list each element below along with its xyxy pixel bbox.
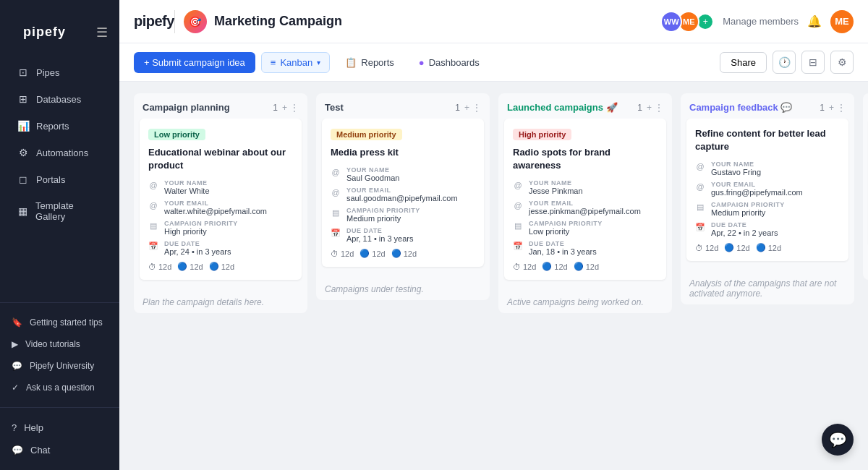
card-field-label-due-date: DUE DATE	[346, 227, 475, 234]
card-field-name-test-0: @ YOUR NAME Saul Goodman	[331, 166, 475, 182]
card-field-label-priority-field: CAMPAIGN PRIORITY	[346, 207, 475, 214]
column-header-successful: Successful ✓1+⋮	[863, 93, 868, 119]
column-menu-button-launched-campaigns[interactable]: ⋮	[655, 103, 663, 113]
card-meta-test-0: ⏱12d🔵12d🔵12d	[331, 249, 475, 258]
card-field-icon-name: @	[148, 180, 158, 190]
sidebar-support-label-getting-started: Getting started tips	[30, 317, 103, 328]
card-campaign-planning-0[interactable]: Low priorityEducational webinar about ou…	[140, 119, 302, 280]
card-field-icon-email: @	[695, 181, 705, 192]
column-add-button-test[interactable]: +	[464, 103, 469, 113]
column-actions-launched-campaigns: +⋮	[647, 103, 663, 113]
card-meta-campaign-feedback-0: ⏱12d🔵12d🔵12d	[695, 243, 840, 252]
sidebar-support-pipefy-university[interactable]: 💬 Pipefy University	[0, 355, 119, 377]
card-test-0[interactable]: Medium priorityMedia press kit @ YOUR NA…	[322, 119, 484, 267]
card-meta-item-0: ⏱12d	[148, 262, 171, 271]
settings-icon-button[interactable]: ⚙	[830, 51, 854, 74]
tab-kanban[interactable]: ≡ Kanban ▾	[261, 52, 330, 73]
card-field-label-name: YOUR NAME	[711, 161, 840, 168]
card-field-label-due-date: DUE DATE	[164, 240, 293, 247]
card-field-label-name: YOUR NAME	[346, 166, 475, 174]
card-field-label-email: YOUR EMAIL	[711, 181, 840, 188]
history-icon-button[interactable]: 🕐	[773, 51, 796, 74]
sidebar-item-template-gallery[interactable]: ▦ Template Gallery	[6, 193, 114, 229]
card-meta-item-0: ⏱12d	[513, 262, 536, 271]
column-header-campaign-planning: Campaign planning1+⋮	[134, 93, 307, 119]
column-body-successful: Low priorityIncrease Social Ads @ YOUR N…	[863, 119, 868, 258]
manage-members-link[interactable]: Manage members	[723, 16, 799, 27]
priority-badge-launched-campaigns-0: High priority	[513, 129, 571, 140]
automations-icon: ⚙	[17, 147, 29, 158]
chat-bubble-button[interactable]: 💬	[822, 424, 854, 456]
sidebar-item-pipes[interactable]: ⊡ Pipes	[6, 59, 114, 85]
card-campaign-feedback-0[interactable]: Refine content for better lead capture @…	[686, 119, 848, 261]
card-field-due-date-campaign-planning-0: 📅 DUE DATE Apr, 24 • in 3 years	[148, 240, 293, 256]
column-menu-button-test[interactable]: ⋮	[472, 103, 481, 113]
column-body-test: Medium priorityMedia press kit @ YOUR NA…	[316, 119, 490, 278]
card-field-icon-due-date: 📅	[513, 241, 523, 251]
card-field-due-date-launched-campaigns-0: 📅 DUE DATE Jan, 18 • in 3 years	[513, 240, 658, 256]
chat-icon: 💬	[12, 445, 23, 456]
main-content: pipefy 🎯 Marketing Campaign WW ME + Mana…	[119, 0, 868, 470]
sidebar-item-label-reports: Reports	[36, 121, 69, 132]
card-meta-item-1: 🔵12d	[542, 262, 567, 271]
column-title-launched-campaigns: Launched campaigns 🚀	[507, 102, 633, 113]
column-header-campaign-feedback: Campaign feedback 💬1+⋮	[681, 93, 854, 119]
card-field-value-name: Saul Goodman	[346, 174, 475, 182]
sidebar-support-label-pipefy-university: Pipefy University	[30, 361, 94, 371]
sidebar-support-video-tutorials[interactable]: ▶ Video tutorials	[0, 333, 119, 355]
column-menu-button-campaign-feedback[interactable]: ⋮	[837, 103, 846, 113]
priority-badge-test-0: Medium priority	[331, 129, 402, 140]
sidebar-nav: ⊡ Pipes ⊞ Databases 📊 Reports ⚙ Automati…	[0, 59, 119, 302]
user-avatar[interactable]: ME	[830, 10, 854, 33]
sidebar-item-portals[interactable]: ◻ Portals	[6, 166, 114, 192]
sidebar-item-automations[interactable]: ⚙ Automations	[6, 140, 114, 166]
column-successful: Successful ✓1+⋮Low priorityIncrease Soci…	[863, 93, 868, 280]
tab-dashboards[interactable]: ● Dashboards	[409, 52, 489, 73]
card-field-name-launched-campaigns-0: @ YOUR NAME Jesse Pinkman	[513, 179, 658, 195]
column-add-button-campaign-feedback[interactable]: +	[829, 103, 834, 113]
card-field-email-campaign-feedback-0: @ YOUR EMAIL gus.fring@pipefymail.com	[695, 181, 840, 197]
notification-icon[interactable]: 🔔	[807, 14, 822, 28]
avatar-1: WW	[660, 11, 682, 33]
share-button[interactable]: Share	[720, 52, 767, 73]
card-field-icon-priority-field: ▤	[513, 221, 523, 231]
sidebar-footer-help[interactable]: ? Help	[0, 416, 119, 439]
card-field-icon-due-date: 📅	[695, 222, 705, 232]
sidebar-footer-chat[interactable]: 💬 Chat	[0, 439, 119, 461]
card-launched-campaigns-0[interactable]: High priorityRadio spots for brand aware…	[504, 119, 666, 280]
filter-icon-button[interactable]: ⊟	[801, 51, 825, 74]
sidebar-menu-toggle[interactable]: ☰	[96, 25, 108, 40]
column-launched-campaigns: Launched campaigns 🚀1+⋮High priorityRadi…	[498, 93, 672, 313]
submit-campaign-button[interactable]: + Submit campaign idea	[134, 52, 255, 73]
card-field-icon-name: @	[513, 180, 523, 190]
card-field-label-priority-field: CAMPAIGN PRIORITY	[529, 220, 658, 227]
priority-badge-campaign-planning-0: Low priority	[148, 129, 205, 140]
card-field-label-email: YOUR EMAIL	[164, 200, 293, 207]
card-field-priority-field-campaign-feedback-0: ▤ CAMPAIGN PRIORITY Medium priority	[695, 201, 840, 217]
column-add-button-campaign-planning[interactable]: +	[282, 103, 287, 113]
sidebar-support-ask-question[interactable]: ✓ Ask us a question	[0, 377, 119, 398]
column-header-test: Test1+⋮	[316, 93, 490, 119]
column-add-button-launched-campaigns[interactable]: +	[647, 103, 652, 113]
column-body-campaign-planning: Low priorityEducational webinar about ou…	[134, 119, 307, 291]
card-meta-item-1: 🔵12d	[359, 249, 385, 258]
tab-reports[interactable]: 📋 Reports	[336, 52, 404, 73]
card-meta-item-2: 🔵12d	[209, 262, 234, 271]
help-icon: ?	[12, 422, 17, 433]
card-field-value-due-date: Apr, 11 • in 3 years	[346, 234, 475, 243]
sidebar-support-getting-started[interactable]: 🔖 Getting started tips	[0, 312, 119, 333]
sidebar-item-databases[interactable]: ⊞ Databases	[6, 86, 114, 112]
page-title: Marketing Campaign	[214, 14, 660, 29]
sidebar-item-reports[interactable]: 📊 Reports	[6, 113, 114, 139]
card-meta-launched-campaigns-0: ⏱12d🔵12d🔵12d	[513, 262, 658, 271]
card-field-icon-due-date: 📅	[148, 241, 158, 251]
card-field-priority-field-test-0: ▤ CAMPAIGN PRIORITY Medium priority	[331, 207, 475, 223]
card-field-icon-priority-field: ▤	[148, 221, 158, 231]
column-menu-button-campaign-planning[interactable]: ⋮	[290, 103, 299, 113]
card-field-label-due-date: DUE DATE	[529, 240, 658, 247]
card-meta-item-0: ⏱12d	[695, 244, 718, 252]
card-field-priority-field-launched-campaigns-0: ▤ CAMPAIGN PRIORITY Low priority	[513, 220, 658, 236]
card-meta-item-1: 🔵12d	[177, 262, 203, 271]
card-field-value-name: Walter White	[164, 187, 293, 195]
column-test: Test1+⋮Medium priorityMedia press kit @ …	[316, 93, 490, 300]
